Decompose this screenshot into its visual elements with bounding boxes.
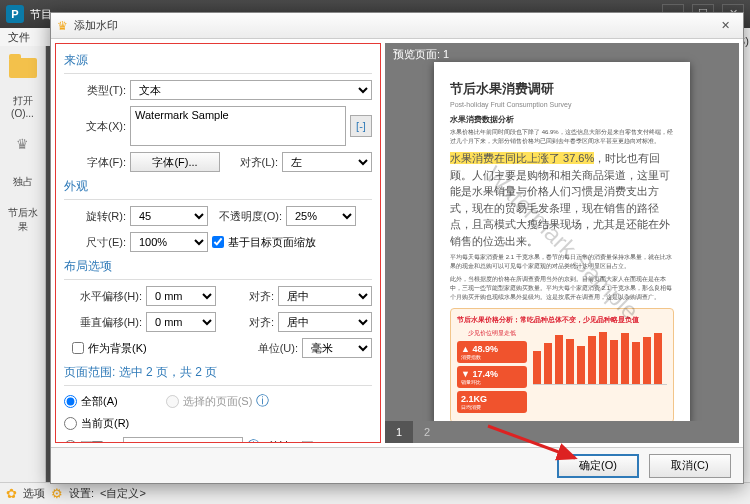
bar <box>588 336 596 384</box>
preview-pane: 预览页面: 1 节后水果消费调研 Post-holiday Fruit Cons… <box>385 43 739 443</box>
watermark-dialog: ♛ 添加水印 ✕ 来源 类型(T): 文本 文本(X): [-] 字体(F): … <box>50 12 744 484</box>
watermark-text-input[interactable] <box>130 106 346 146</box>
menu-file[interactable]: 文件 <box>8 30 30 45</box>
pages-input[interactable] <box>123 437 243 443</box>
total-pages: (总计 2 页) <box>264 439 317 444</box>
stat-item: ▲ 48.9%消费指数 <box>457 341 527 363</box>
bar <box>643 337 651 384</box>
bar <box>654 333 662 384</box>
app-title: 节目 <box>30 7 52 22</box>
background-checkbox-label: 作为背景(K) <box>88 341 147 356</box>
settings-gear-icon[interactable]: ⚙ <box>51 486 63 501</box>
range-current-radio[interactable]: 当前页(R) <box>64 416 129 431</box>
type-label: 类型(T): <box>64 83 126 98</box>
page-tab-2[interactable]: 2 <box>413 421 441 443</box>
valign-select[interactable]: 居中 <box>278 312 372 332</box>
doc-tab[interactable]: 节后水果 <box>7 204 39 236</box>
info-icon[interactable]: ⓘ <box>247 437 260 443</box>
settings-pane: 来源 类型(T): 文本 文本(X): [-] 字体(F): 字体(F)... … <box>55 43 381 443</box>
range-all-radio[interactable]: 全部(A) <box>64 394 118 409</box>
dialog-footer: 确定(O) 取消(C) <box>51 447 743 483</box>
bar <box>555 335 563 385</box>
scale-checkbox[interactable]: 基于目标页面缩放 <box>212 235 316 250</box>
rotate-label: 旋转(R): <box>64 209 126 224</box>
stat-item: 2.1KG日均消费 <box>457 391 527 413</box>
settings-value[interactable]: <自定义> <box>100 486 146 501</box>
left-sidebar: 打开(O)... ♛ 独占 节后水果 <box>0 46 46 482</box>
align-label: 对齐(L): <box>224 155 278 170</box>
ok-button[interactable]: 确定(O) <box>557 454 639 478</box>
cancel-button[interactable]: 取消(C) <box>649 454 731 478</box>
preview-page: 节后水果消费调研 Post-holiday Fruit Consumption … <box>434 62 690 424</box>
halign-label: 对齐: <box>220 289 274 304</box>
opacity-label: 不透明度(O): <box>212 209 282 224</box>
layout-heading: 布局选项 <box>64 258 372 275</box>
background-checkbox-input[interactable] <box>72 342 84 354</box>
doc-para: 此外，当根据度的价格在所调查费用当外的京到。目前页面大家人在面现在是在本中，三现… <box>450 275 674 302</box>
page-tab-1[interactable]: 1 <box>385 421 413 443</box>
opacity-select[interactable]: 25% <box>286 206 356 226</box>
rotate-select[interactable]: 45 <box>130 206 208 226</box>
size-select[interactable]: 100% <box>130 232 208 252</box>
valign-label: 对齐: <box>220 315 274 330</box>
preview-area: 节后水果消费调研 Post-holiday Fruit Consumption … <box>385 65 739 421</box>
font-button[interactable]: 字体(F)... <box>130 152 220 172</box>
unit-label: 单位(U): <box>244 341 298 356</box>
bar-chart <box>533 329 667 385</box>
bar <box>566 339 574 384</box>
unit-select[interactable]: 毫米 <box>302 338 372 358</box>
voffset-label: 垂直偏移(H): <box>64 315 142 330</box>
info-icon[interactable]: ⓘ <box>256 392 269 410</box>
stat-item: ▼ 17.4%销量环比 <box>457 366 527 388</box>
voffset-select[interactable]: 0 mm <box>146 312 216 332</box>
doc-section: 水果消费数据分析 <box>450 114 674 125</box>
open-button[interactable] <box>7 52 39 84</box>
doc-para: 平均每天每家消费量 2.1 千克水果，春节的每日正常的消费量保持水果量，就在比水… <box>450 253 674 271</box>
doc-title: 节后水果消费调研 <box>450 80 674 98</box>
halign-select[interactable]: 居中 <box>278 286 372 306</box>
options-label[interactable]: 选项 <box>23 486 45 501</box>
app-logo: P <box>6 5 24 23</box>
range-pages-radio[interactable]: 页面(G) <box>64 439 119 444</box>
background-checkbox[interactable]: 作为背景(K) <box>72 341 147 356</box>
appearance-heading: 外观 <box>64 178 372 195</box>
bar <box>533 351 541 384</box>
crown-icon: ♛ <box>57 19 68 33</box>
info-card: 节后水果价格分析：常吃品种总体不变，少见品种略显负值 少见价位明显走低 ▲ 48… <box>450 308 674 423</box>
gear-icon[interactable]: ✿ <box>6 486 17 501</box>
preview-tabs: 1 2 <box>385 421 739 443</box>
statusbar: ✿ 选项 ⚙ 设置: <自定义> <box>0 482 750 504</box>
text-label: 文本(X): <box>64 119 126 134</box>
dialog-close-button[interactable]: ✕ <box>713 16 737 34</box>
source-heading: 来源 <box>64 52 372 69</box>
open-label: 打开(O)... <box>7 90 39 122</box>
text-picker-button[interactable]: [-] <box>350 115 372 137</box>
range-heading: 页面范围: 选中 2 页，共 2 页 <box>64 364 372 381</box>
align-select[interactable]: 左 <box>282 152 372 172</box>
folder-icon <box>9 58 37 78</box>
bar <box>621 333 629 384</box>
exclusive-label: 独占 <box>7 166 39 198</box>
settings-label: 设置: <box>69 486 94 501</box>
bar <box>610 340 618 384</box>
card-title: 节后水果价格分析：常吃品种总体不变，少见品种略显负值 <box>457 315 667 325</box>
doc-subtitle: Post-holiday Fruit Consumption Survey <box>450 101 674 108</box>
size-label: 尺寸(E): <box>64 235 126 250</box>
doc-para: 水果价格比年前同时间段也下降了 46.9%，这些信息大部分是来自零售支付终端，经… <box>450 128 674 146</box>
scale-checkbox-input[interactable] <box>212 236 224 248</box>
stats-col: 少见价位明显走低 ▲ 48.9%消费指数 ▼ 17.4%销量环比 2.1KG日均… <box>457 329 527 416</box>
scale-checkbox-label: 基于目标页面缩放 <box>228 235 316 250</box>
bar <box>599 332 607 384</box>
bar <box>544 343 552 384</box>
dialog-body: 来源 类型(T): 文本 文本(X): [-] 字体(F): 字体(F)... … <box>51 39 743 447</box>
bar <box>632 342 640 384</box>
crown-icon[interactable]: ♛ <box>7 128 39 160</box>
bar <box>577 346 585 385</box>
dialog-title: 添加水印 <box>74 18 118 33</box>
doc-para: 水果消费在同比上涨了 37.6%，时比也有回顾。人们主要是购物和相关商品渠道，这… <box>450 150 674 249</box>
hoffset-label: 水平偏移(H): <box>64 289 142 304</box>
card-subtitle: 少见价位明显走低 <box>457 329 527 338</box>
range-selected-radio[interactable]: 选择的页面(S) <box>166 394 253 409</box>
hoffset-select[interactable]: 0 mm <box>146 286 216 306</box>
type-select[interactable]: 文本 <box>130 80 372 100</box>
